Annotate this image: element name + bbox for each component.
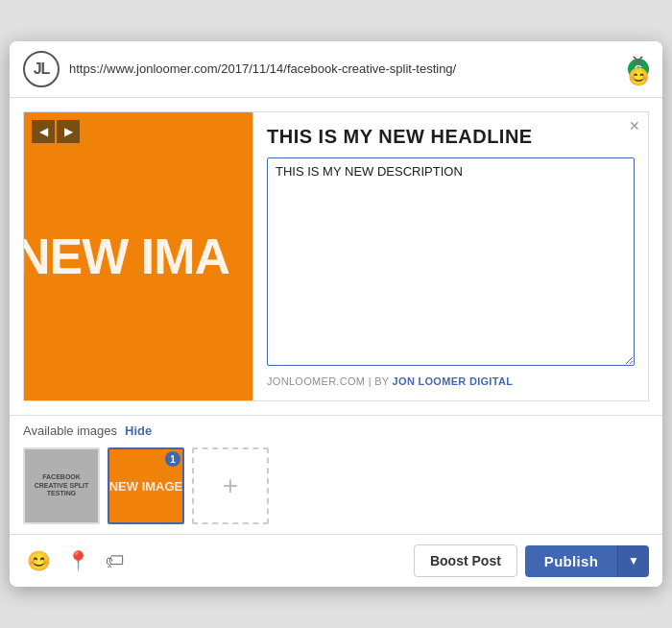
publish-dropdown-arrow: ▼ — [628, 554, 639, 568]
publish-dropdown-button[interactable]: ▼ — [617, 545, 649, 577]
footer-domain: JONLOOMER.COM — [267, 375, 365, 387]
images-row: FACEBOOK CREATIVE SPLIT TESTING NEW IMAG… — [23, 447, 649, 524]
image-preview: ◀ ▶ NEW IMA — [23, 111, 253, 401]
location-button[interactable]: 📍 — [62, 547, 94, 574]
description-textarea[interactable] — [267, 157, 635, 366]
thumb-img-1: FACEBOOK CREATIVE SPLIT TESTING — [25, 449, 98, 522]
image-thumb-2[interactable]: NEW IMAGE 1 — [108, 447, 184, 524]
post-detail-close-button[interactable]: ✕ — [629, 118, 640, 133]
main-content: ◀ ▶ NEW IMA ✕ THIS IS MY NEW HEADLINE JO… — [10, 98, 662, 415]
action-bar: 😊 📍 🏷 Boost Post Publish ▼ — [10, 534, 662, 587]
post-footer: JONLOOMER.COM | BY JON LOOMER DIGITAL — [267, 375, 635, 387]
logo-icon: JL — [23, 51, 60, 87]
hide-images-link[interactable]: Hide — [125, 423, 152, 438]
image-thumb-1[interactable]: FACEBOOK CREATIVE SPLIT TESTING — [23, 447, 100, 524]
url-bar: JL https://www.jonloomer.com/2017/11/14/… — [10, 41, 662, 98]
add-image-icon: + — [223, 471, 238, 501]
image-nav: ◀ ▶ — [32, 120, 80, 143]
tag-button[interactable]: 🏷 — [102, 548, 129, 574]
next-image-button[interactable]: ▶ — [57, 120, 80, 143]
headline: THIS IS MY NEW HEADLINE — [267, 126, 635, 148]
thumb-badge: 1 — [165, 451, 180, 467]
image-preview-inner: ◀ ▶ NEW IMA — [24, 112, 252, 400]
modal: JL https://www.jonloomer.com/2017/11/14/… — [10, 41, 662, 587]
post-detail: ✕ THIS IS MY NEW HEADLINE JONLOOMER.COM … — [253, 111, 649, 401]
publish-group: Publish ▼ — [525, 545, 649, 577]
add-image-button[interactable]: + — [192, 447, 269, 524]
available-images-section: Available images Hide FACEBOOK CREATIVE … — [10, 415, 662, 534]
available-images-label: Available images — [23, 423, 117, 438]
footer-author-link[interactable]: JON LOOMER DIGITAL — [393, 375, 514, 387]
boost-post-button[interactable]: Boost Post — [414, 544, 517, 577]
new-image-overlay-text: NEW IMA — [23, 228, 229, 285]
publish-button[interactable]: Publish — [525, 545, 617, 577]
prev-image-button[interactable]: ◀ — [32, 120, 55, 143]
emoji-icon-top[interactable]: 😊 — [628, 66, 649, 87]
url-text: https://www.jonloomer.com/2017/11/14/fac… — [69, 60, 624, 78]
thumb-img-1-text: FACEBOOK CREATIVE SPLIT TESTING — [25, 470, 98, 501]
available-images-header: Available images Hide — [23, 423, 649, 438]
footer-separator: | BY — [369, 375, 393, 387]
emoji-button[interactable]: 😊 — [23, 547, 55, 574]
thumb-img-2-text: NEW IMAGE — [109, 479, 182, 494]
